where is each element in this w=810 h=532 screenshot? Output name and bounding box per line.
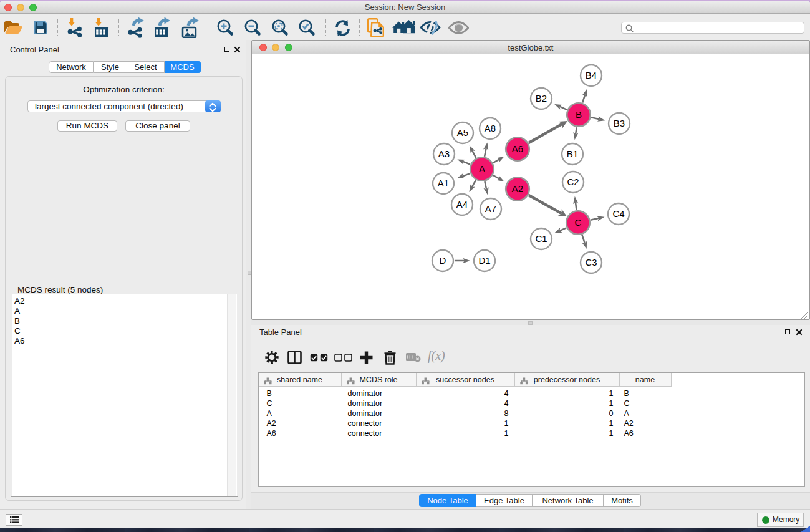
svg-text:B: B <box>576 109 582 120</box>
svg-text:C1: C1 <box>535 233 547 244</box>
svg-text:B2: B2 <box>536 93 547 104</box>
svg-text:A8: A8 <box>485 123 496 133</box>
svg-text:B4: B4 <box>586 70 597 80</box>
svg-text:A5: A5 <box>457 127 468 138</box>
svg-text:C3: C3 <box>585 257 597 268</box>
svg-text:D: D <box>440 255 446 266</box>
svg-text:C4: C4 <box>612 208 624 219</box>
svg-text:D1: D1 <box>478 255 490 266</box>
svg-text:A1: A1 <box>438 178 449 188</box>
svg-text:C2: C2 <box>567 177 579 187</box>
svg-text:B3: B3 <box>614 118 625 128</box>
svg-text:A3: A3 <box>438 148 450 159</box>
svg-text:A: A <box>479 163 485 174</box>
svg-text:A2: A2 <box>512 183 523 194</box>
svg-text:B1: B1 <box>567 148 578 159</box>
svg-text:A6: A6 <box>512 143 523 154</box>
svg-text:A7: A7 <box>485 203 496 214</box>
svg-text:C: C <box>575 217 582 228</box>
svg-text:A4: A4 <box>456 199 468 210</box>
